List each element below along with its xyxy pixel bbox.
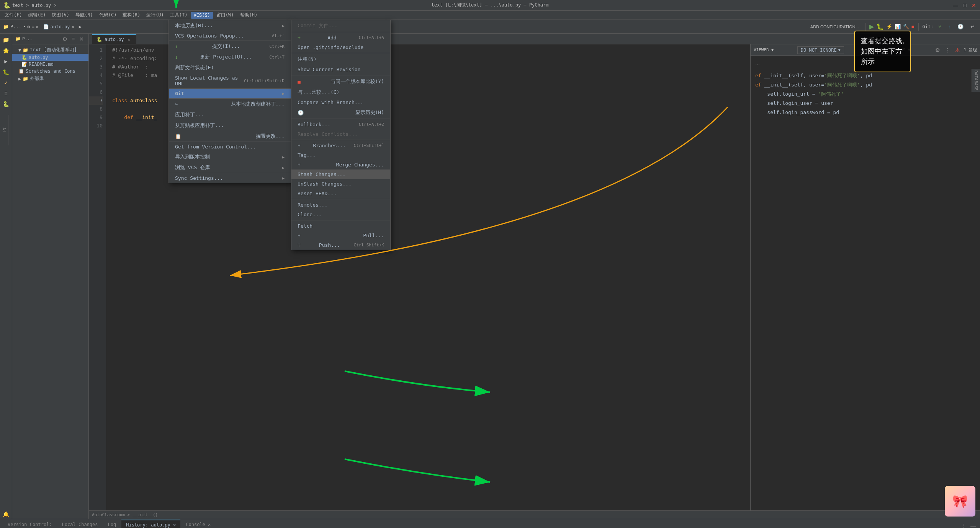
sidebar-icon-run[interactable]: ▶ — [2, 57, 11, 66]
vcs-create-patch-item[interactable]: ✂ 从本地史改创建补丁... — [169, 99, 291, 109]
git-merge-item[interactable]: ⑂ Merge Changes... — [291, 160, 390, 169]
sidebar-icon-favorites[interactable]: ⭐ — [2, 46, 11, 55]
coverage-button[interactable]: ⚡ — [886, 24, 892, 29]
git-annotate-item[interactable]: 注释(N) — [291, 54, 390, 65]
menu-window[interactable]: 窗口(W) — [213, 11, 237, 19]
vcs-shelve-item[interactable]: 📋 搁置更改... — [169, 131, 291, 142]
git-history-button[interactable]: ↩ — [968, 22, 977, 31]
git-clone-item[interactable]: Clone... — [291, 210, 390, 219]
project-collapse-button[interactable]: ≡ — [69, 35, 77, 43]
git-add-item[interactable]: + Add Ctrl+Alt+A — [291, 33, 390, 42]
project-close-button[interactable]: ✕ — [78, 35, 85, 43]
tree-item-readme[interactable]: 📝 README.md — [12, 61, 88, 68]
panel-error-button[interactable]: ⚠ — [954, 46, 961, 54]
sidebar-icon-debug[interactable]: 🐛 — [2, 67, 11, 77]
tree-item-auto-py[interactable]: 🐍 auto.py — [12, 54, 88, 61]
project-gear-button[interactable]: ⚙ — [61, 35, 69, 43]
vcs-refresh-item[interactable]: 刷新文件状态(E) — [169, 62, 291, 73]
vcs-browse-item[interactable]: 浏览 VCS 仓库 — [169, 162, 291, 173]
tree-item-external-libs[interactable]: ▶ 📁 外部库 — [12, 75, 88, 83]
git-compare-branch-item[interactable]: Compare with Branch... — [291, 98, 390, 107]
vcs-commit-item[interactable]: ↑ 提交(I)... Ctrl+K — [169, 41, 291, 52]
minimize-button[interactable]: — — [952, 2, 959, 8]
vcs-apply-clipboard-item[interactable]: 从剪贴板应用补丁... — [169, 120, 291, 131]
panel-settings-button[interactable]: ⚙ — [934, 46, 941, 54]
panel-menu-button[interactable]: ⋮ — [944, 46, 951, 54]
right-sidebar-database[interactable]: DATABASE — [972, 69, 980, 92]
vcs-local-history[interactable]: 本地历史(H)... — [169, 20, 291, 31]
close-button[interactable]: ✕ — [971, 2, 977, 8]
git-show-revision-item[interactable]: Show Current Revision — [291, 65, 390, 74]
do-not-ignore-badge[interactable]: DO NOT IGNORE ▼ — [797, 46, 844, 54]
git-rollback-item[interactable]: Rollback... Ctrl+Alt+Z — [291, 120, 390, 129]
maximize-button[interactable]: □ — [962, 2, 968, 8]
git-branches-item[interactable]: ⑂ Branches... Ctrl+Shift+` — [291, 141, 390, 150]
sidebar-icon-project[interactable]: 📁 — [2, 35, 11, 44]
git-fetch-button[interactable]: ⑂ — [936, 22, 944, 31]
git-resolve-item[interactable]: Resolve Conflicts... — [291, 129, 390, 139]
tab-close-button[interactable]: ✕ — [126, 37, 132, 42]
menu-vcs[interactable]: VCS(S) — [191, 12, 213, 19]
vcs-operations-popup[interactable]: VCS Operations Popup... Alt+` — [169, 31, 291, 41]
menu-help[interactable]: 帮助(H) — [237, 11, 261, 19]
vcs-sync-item[interactable]: Sync Settings... — [169, 173, 291, 183]
panel-more-btn[interactable]: ⋮ — [960, 522, 968, 528]
tab-local-changes[interactable]: Local Changes — [57, 520, 103, 528]
git-open-exclude-item[interactable]: Open .git/info/exclude — [291, 42, 390, 52]
title-bar: 🐍 text > auto.py > text [L:\测试\text] – .… — [0, 0, 980, 11]
vcs-import-item[interactable]: 导入到版本控制 — [169, 152, 291, 162]
profile-button[interactable]: 📊 — [895, 24, 901, 29]
git-pull-button[interactable]: 🕐 — [955, 22, 966, 31]
tab-log[interactable]: Log — [103, 520, 121, 528]
panel-minimize-btn[interactable]: — — [969, 522, 977, 528]
git-tag-item[interactable]: Tag... — [291, 150, 390, 160]
vcs-update-item[interactable]: ↓ 更新 Project(U)... Ctrl+T — [169, 52, 291, 62]
git-pull-item[interactable]: ⑂ Pull... — [291, 231, 390, 240]
vcs-get-vc-item[interactable]: Get from Version Control... — [169, 142, 291, 152]
git-unstash-item[interactable]: UnStash Changes... — [291, 179, 390, 189]
tree-item-scratches[interactable]: 📋 Scratches and Cons — [12, 68, 88, 75]
menu-edit[interactable]: 编辑(E) — [25, 11, 49, 19]
menu-run[interactable]: 运行(U) — [143, 11, 167, 19]
vcs-git-item[interactable]: Git — [169, 89, 291, 98]
git-fetch-item[interactable]: Fetch — [291, 221, 390, 231]
line-count-label: 1 — [964, 47, 966, 52]
menu-navigate[interactable]: 导航(N) — [72, 11, 96, 19]
git-compare-repo-label: 与同一个版本库比较(Y) — [330, 78, 384, 85]
menu-refactor[interactable]: 重构(R) — [119, 11, 143, 19]
tree-item-text-root[interactable]: ▼ 📁 text [自动化看学习] — [12, 46, 88, 54]
add-configuration-button[interactable]: ADD CONFIGURATION... — [808, 23, 861, 31]
editor-tab-auto-py[interactable]: 🐍 auto.py ✕ — [92, 34, 136, 44]
git-push-button[interactable]: ↑ — [946, 22, 953, 31]
sidebar-icon-structure[interactable]: ≣ — [2, 89, 11, 98]
tab-version-control[interactable]: Version Control: — [3, 520, 57, 528]
right-code-line-4: self.login_user = user — [755, 99, 975, 108]
git-push-item[interactable]: ⑂ Push... Ctrl+Shift+K — [291, 240, 390, 250]
vcs-apply-patch-item[interactable]: 应用补丁... — [169, 109, 291, 120]
tab-history[interactable]: History: auto.py ✕ — [121, 520, 180, 528]
git-stash-item[interactable]: Stash Changes... — [291, 169, 390, 179]
tab-autoppy[interactable]: auto.py — [51, 24, 70, 29]
git-commit-item[interactable]: Commit 文件... — [291, 20, 390, 31]
git-reset-head-item[interactable]: Reset HEAD... — [291, 189, 390, 198]
debug-button[interactable]: 🐛 — [876, 23, 884, 30]
sidebar-icon-python[interactable]: 🐍 — [2, 99, 11, 109]
menu-tools[interactable]: 工具(T) — [167, 11, 191, 19]
sidebar-icon-notifications[interactable]: 🔔 — [2, 510, 11, 519]
git-show-history-item[interactable]: 🕐 显示历史(H) — [291, 107, 390, 118]
expand-icon: ▶ — [18, 76, 21, 81]
run-button[interactable]: ▶ — [869, 23, 874, 30]
menu-view[interactable]: 视图(V) — [49, 11, 72, 19]
build-button[interactable]: 🔨 — [903, 24, 909, 29]
git-compare-item[interactable]: 与...比较...(C) — [291, 87, 390, 98]
git-remotes-item[interactable]: Remotes... — [291, 200, 390, 210]
py-file-icon: 🐍 — [21, 55, 27, 60]
stop-button[interactable]: ■ — [911, 24, 915, 29]
tab-console[interactable]: Console ✕ — [181, 520, 215, 528]
git-compare-repo-item[interactable]: ■ 与同一个版本库比较(Y) — [291, 76, 390, 87]
menu-file[interactable]: 文件(F) — [2, 11, 25, 19]
menu-code[interactable]: 代码(C) — [96, 11, 120, 19]
git-history-label: 显示历史(H) — [355, 109, 384, 116]
sidebar-icon-todo[interactable]: ✓ — [2, 78, 11, 87]
vcs-show-uml-item[interactable]: Show Local Changes as UML Ctrl+Alt+Shift… — [169, 73, 291, 88]
